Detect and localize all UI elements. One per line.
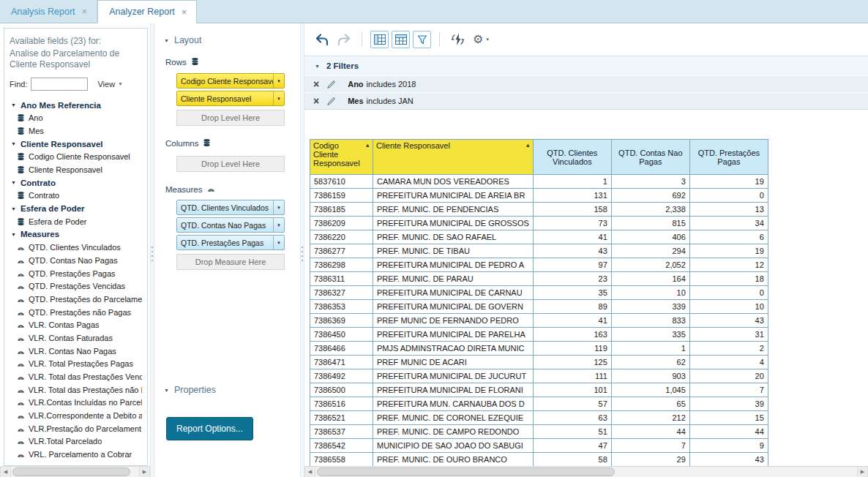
cell-qtd-contas-nao-pagas[interactable]: 406 [611,230,689,244]
cell-qtd-prestacoes-pagas[interactable]: 18 [689,272,768,286]
cell-qtd-prestacoes-pagas[interactable]: 13 [689,203,768,217]
undo-button[interactable] [313,31,332,49]
cell-qtd-clientes-vinculados[interactable]: 119 [533,342,611,356]
toggle-layout-panel-button[interactable] [370,31,389,48]
cell-qtd-contas-nao-pagas[interactable]: 692 [611,189,689,203]
cell-codigo[interactable]: 7386298 [310,258,373,272]
find-input[interactable] [31,78,88,91]
sort-asc-icon[interactable]: ▲ [525,142,530,149]
field-item[interactable]: ▼ VLR.Total Parcelado [10,435,142,448]
cell-qtd-clientes-vinculados[interactable]: 57 [533,397,611,411]
fields-scrollbar[interactable]: ◀ ▶ [0,466,150,477]
cell-qtd-contas-nao-pagas[interactable]: 2,338 [611,203,689,217]
cell-codigo[interactable]: 7386500 [310,383,373,397]
table-row[interactable]: 7386542 MUNICIPIO DE SAO JOAO DO SABUGI … [310,439,768,453]
table-row[interactable]: 7386311 PREF. MUNIC. DE PARAU 23 164 18 [310,272,768,286]
table-row[interactable]: 7386492 PREFEITURA MUNICIPAL DE JUCURUT … [310,369,768,383]
cell-cliente[interactable]: PREFEITURA MUNICIPAL DE PARELHA [373,328,534,342]
scrollbar-track[interactable] [11,467,139,477]
table-row[interactable]: 7386500 PREFEITURA MUNICIPAL DE FLORANI … [310,383,768,397]
column-header-qtd-contas-nao-pagas[interactable]: QTD. Contas Nao Pagas [611,140,689,175]
scroll-right-icon[interactable]: ▶ [857,467,868,477]
scrollbar-thumb[interactable] [317,467,615,476]
cell-qtd-prestacoes-pagas[interactable]: 6 [689,230,768,244]
field-item[interactable]: ▼ Cliente Responsavel [10,163,142,176]
filters-header[interactable]: ▼ 2 Filters [304,56,868,75]
field-item[interactable]: ▼ Ano [10,111,142,124]
table-row[interactable]: 7386353 PREFEITURA MUNICIPAL DE GOVERN 8… [310,300,768,314]
table-row[interactable]: 7386369 PREF MUNIC DE FERNANDO PEDRO 41 … [310,314,768,328]
remove-filter-icon[interactable]: × [313,96,319,106]
field-item[interactable]: ▼ Contrato [10,176,142,189]
cell-codigo[interactable]: 7386220 [310,230,373,244]
table-row[interactable]: 7386466 PMJS ADMINSTRACAO DIRETA MUNIC 1… [310,342,768,356]
field-item[interactable]: ▼ QTD. Prestações do Parcelame [10,293,142,306]
cell-qtd-clientes-vinculados[interactable]: 101 [533,383,611,397]
cell-cliente[interactable]: PREF. MUNIC. DE PARAU [373,272,534,286]
cell-qtd-prestacoes-pagas[interactable]: 4 [689,356,768,369]
cell-qtd-contas-nao-pagas[interactable]: 335 [611,328,689,342]
field-item[interactable]: ▼ VRL. Parcelamento a Cobrar [10,448,142,461]
cell-qtd-prestacoes-pagas[interactable]: 31 [689,328,768,342]
cell-cliente[interactable]: PREF. MUNIC. DE OURO BRANCO [373,453,534,467]
report-options-button[interactable]: Report Options... [166,417,253,440]
cell-qtd-prestacoes-pagas[interactable]: 34 [689,217,768,230]
sort-asc-icon[interactable]: ▲ [365,142,370,149]
close-icon[interactable]: × [182,7,187,17]
cell-codigo[interactable]: 7386159 [310,189,373,203]
cell-qtd-prestacoes-pagas[interactable]: 9 [689,439,768,453]
tab-analysis-report[interactable]: Analysis Report × [0,0,97,23]
cell-qtd-prestacoes-pagas[interactable]: 43 [689,314,768,328]
table-row[interactable]: 7386298 PREFEITURA MUNICIPAL DE PEDRO A … [310,258,768,272]
table-row[interactable]: 7386450 PREFEITURA MUNICIPAL DE PARELHA … [310,328,768,342]
chevron-down-icon[interactable]: ▼ [273,236,284,249]
tab-analyzer-report[interactable]: Analyzer Report × [97,0,197,23]
table-row[interactable]: 7386521 PREF. MUNIC. DE CORONEL EZEQUIE … [310,411,768,425]
table-row[interactable]: 7386209 PREFEITURA MUNICIPAL DE GROSSOS … [310,217,768,230]
column-header-cliente-responsavel[interactable]: Cliente Responsavel ▲ [373,140,534,175]
cell-codigo[interactable]: 7386492 [310,369,373,383]
cell-qtd-prestacoes-pagas[interactable]: 0 [689,189,768,203]
cell-qtd-contas-nao-pagas[interactable]: 164 [611,272,689,286]
field-item[interactable]: ▼ QTD. Contas Nao Pagas [10,254,142,267]
cell-qtd-contas-nao-pagas[interactable]: 339 [611,300,689,314]
cell-qtd-clientes-vinculados[interactable]: 131 [533,189,611,203]
cell-qtd-prestacoes-pagas[interactable]: 44 [689,425,768,439]
cell-qtd-clientes-vinculados[interactable]: 125 [533,356,611,369]
cell-codigo[interactable]: 7386353 [310,300,373,314]
cell-cliente[interactable]: PREF MUNIC DE ACARI [373,356,534,369]
field-item[interactable]: ▼ VLR. Total das Prestações não P [10,383,142,397]
column-header-codigo-cliente-responsavel[interactable]: Codigo Cliente Responsavel ▲ [310,140,373,175]
cell-cliente[interactable]: PREF MUNIC DE FERNANDO PEDRO [373,314,534,328]
columns-drop-zone[interactable]: Drop Level Here [176,156,285,172]
chevron-down-icon[interactable]: ▼ [273,91,284,105]
remove-filter-icon[interactable]: × [313,79,319,89]
cell-cliente[interactable]: CAMARA MUN DOS VEREADORES [373,175,534,189]
cell-cliente[interactable]: MUNICIPIO DE SAO JOAO DO SABUGI [373,439,534,453]
field-item[interactable]: ▼ QTD. Prestações não Pagas [10,306,142,319]
measure-chip[interactable]: QTD. Clientes Vinculados ▼ [176,200,285,215]
cell-qtd-prestacoes-pagas[interactable]: 19 [689,175,768,189]
close-icon[interactable]: × [82,7,88,16]
cell-qtd-contas-nao-pagas[interactable]: 1 [611,342,689,356]
measure-chip[interactable]: QTD. Contas Nao Pagas ▼ [176,217,285,233]
scroll-left-icon[interactable]: ◀ [0,467,11,477]
cell-qtd-contas-nao-pagas[interactable]: 833 [611,314,689,328]
cell-codigo[interactable]: 7386369 [310,314,373,328]
cell-cliente[interactable]: PREF. MUNIC. DE CORONEL EZEQUIE [373,411,534,425]
measures-drop-zone[interactable]: Drop Measure Here [176,254,285,270]
cell-codigo[interactable]: 5837610 [310,175,373,189]
table-row[interactable]: 7386471 PREF MUNIC DE ACARI 125 62 4 [310,356,768,369]
table-row[interactable]: 7386159 PREFEITURA MUNICIPAL DE AREIA BR… [310,189,768,203]
cell-qtd-contas-nao-pagas[interactable]: 7 [611,439,689,453]
table-row[interactable]: 7386220 PREF. MUNIC. DE SAO RAFAEL 41 40… [310,230,768,244]
cell-qtd-clientes-vinculados[interactable]: 41 [533,314,611,328]
cell-codigo[interactable]: 7386558 [310,453,373,467]
cell-cliente[interactable]: PREF. MUNIC. DE TIBAU [373,244,534,258]
cell-codigo[interactable]: 7386209 [310,217,373,230]
cell-qtd-clientes-vinculados[interactable]: 58 [533,453,611,467]
cell-qtd-clientes-vinculados[interactable]: 111 [533,369,611,383]
table-row[interactable]: 7386185 PREF. MUNIC. DE PENDENCIAS 158 2… [310,203,768,217]
field-item[interactable]: ▼ Measures [10,228,142,241]
edit-filter-icon[interactable] [326,97,336,106]
